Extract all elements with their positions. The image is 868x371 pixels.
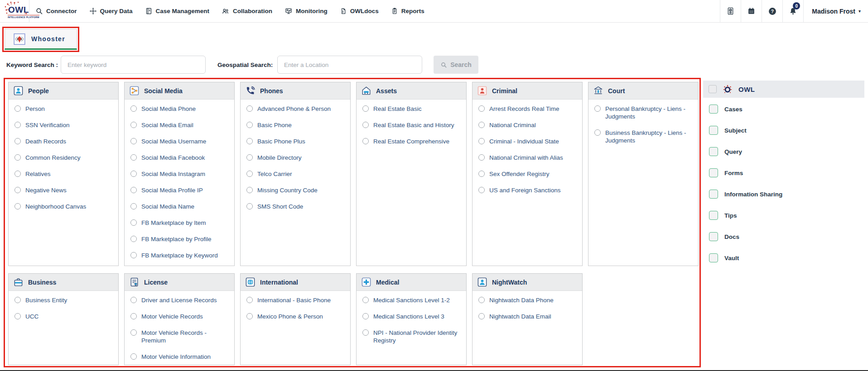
option-social-media-email[interactable]: Social Media Email: [130, 121, 230, 129]
radio-button[interactable]: [130, 252, 137, 258]
radio-button[interactable]: [478, 154, 485, 161]
option-person[interactable]: Person: [14, 105, 114, 113]
radio-button[interactable]: [130, 219, 137, 226]
checkbox[interactable]: [709, 211, 718, 220]
radio-button[interactable]: [130, 154, 137, 161]
user-menu[interactable]: Madison Frost ▾: [803, 0, 868, 22]
option-basic-phone-plus[interactable]: Basic Phone Plus: [246, 138, 346, 145]
radio-button[interactable]: [246, 171, 253, 177]
radio-button[interactable]: [246, 105, 253, 112]
radio-button[interactable]: [130, 138, 137, 144]
radio-button[interactable]: [246, 122, 253, 128]
option-business-entity[interactable]: Business Entity: [14, 296, 114, 304]
radio-button[interactable]: [130, 236, 137, 242]
option-sex-offender-registry[interactable]: Sex Offender Registry: [478, 170, 578, 178]
radio-button[interactable]: [14, 313, 21, 319]
option-social-media-name[interactable]: Social Media Name: [130, 203, 230, 210]
option-common-residency[interactable]: Common Residency: [14, 154, 114, 162]
action-help[interactable]: ?: [762, 0, 782, 22]
nav-item-connector[interactable]: Connector: [35, 7, 77, 15]
radio-button[interactable]: [130, 171, 137, 177]
option-business-bankruptcy-liens-judgments[interactable]: Business Bankruptcy - Liens - Judgments: [594, 129, 694, 144]
radio-button[interactable]: [594, 105, 601, 112]
option-social-media-phone[interactable]: Social Media Phone: [130, 105, 230, 113]
nav-item-owldocs[interactable]: OWLdocs: [340, 7, 379, 15]
radio-button[interactable]: [14, 297, 21, 303]
radio-button[interactable]: [130, 329, 137, 336]
radio-button[interactable]: [14, 187, 21, 193]
option-missing-country-code[interactable]: Missing Country Code: [246, 186, 346, 194]
option-national-criminal-with-alias[interactable]: National Criminal with Alias: [478, 154, 578, 162]
radio-button[interactable]: [130, 187, 137, 193]
option-fb-marketplace-by-profile[interactable]: FB Marketplace by Profile: [130, 235, 230, 243]
option-personal-bankruptcy-liens-judgments[interactable]: Personal Bankruptcy - Liens - Judgments: [594, 105, 694, 120]
action-notifications[interactable]: 0: [782, 0, 803, 22]
owl-item-tips[interactable]: Tips: [709, 211, 864, 220]
radio-button[interactable]: [14, 171, 21, 177]
radio-button[interactable]: [130, 353, 137, 360]
option-arrest-records-real-time[interactable]: Arrest Records Real Time: [478, 105, 578, 113]
nav-item-query-data[interactable]: Query Data: [89, 7, 133, 15]
radio-button[interactable]: [594, 129, 601, 136]
option-relatives[interactable]: Relatives: [14, 170, 114, 178]
checkbox[interactable]: [709, 190, 718, 199]
owl-item-docs[interactable]: Docs: [709, 232, 864, 241]
checkbox[interactable]: [709, 253, 718, 262]
option-social-media-profile-ip[interactable]: Social Media Profile IP: [130, 186, 230, 194]
radio-button[interactable]: [14, 138, 21, 144]
option-neighborhood-canvas[interactable]: Neighborhood Canvas: [14, 203, 114, 210]
option-nightwatch-data-phone[interactable]: Nightwatch Data Phone: [478, 296, 578, 304]
option-npi-national-provider-identity-registry[interactable]: NPI - National Provider Identity Registr…: [362, 329, 462, 344]
checkbox[interactable]: [709, 105, 718, 114]
option-telco-carrier[interactable]: Telco Carrier: [246, 170, 346, 178]
radio-button[interactable]: [478, 122, 485, 128]
option-motor-vehicle-records[interactable]: Motor Vehicle Records: [130, 313, 230, 320]
option-social-media-username[interactable]: Social Media Username: [130, 138, 230, 145]
radio-button[interactable]: [246, 297, 253, 303]
geospatial-search-input[interactable]: [277, 56, 422, 74]
radio-button[interactable]: [246, 187, 253, 193]
owl-item-query[interactable]: Query: [709, 147, 864, 156]
option-motor-vehicle-information[interactable]: Motor Vehicle Information: [130, 353, 230, 361]
owl-item-cases[interactable]: Cases: [709, 105, 864, 114]
option-driver-and-license-records[interactable]: Driver and License Records: [130, 296, 230, 304]
option-negative-news[interactable]: Negative News: [14, 186, 114, 194]
radio-button[interactable]: [14, 203, 21, 209]
radio-button[interactable]: [130, 122, 137, 128]
radio-button[interactable]: [362, 138, 369, 144]
nav-item-monitoring[interactable]: Monitoring: [285, 7, 328, 15]
owl-select-all-checkbox[interactable]: [709, 85, 717, 93]
radio-button[interactable]: [478, 171, 485, 177]
radio-button[interactable]: [478, 313, 485, 319]
owl-item-vault[interactable]: Vault: [709, 253, 864, 262]
nav-item-collaboration[interactable]: Collaboration: [222, 7, 272, 15]
option-real-estate-basic-and-history[interactable]: Real Estate Basic and History: [362, 121, 462, 129]
action-calendar[interactable]: [741, 0, 762, 22]
owl-item-forms[interactable]: Forms: [709, 168, 864, 177]
radio-button[interactable]: [246, 313, 253, 319]
radio-button[interactable]: [130, 297, 137, 303]
radio-button[interactable]: [246, 154, 253, 161]
owl-item-subject[interactable]: Subject: [709, 126, 864, 135]
radio-button[interactable]: [130, 105, 137, 112]
checkbox[interactable]: [709, 126, 718, 135]
radio-button[interactable]: [246, 138, 253, 144]
option-advanced-phone-person[interactable]: Advanced Phone & Person: [246, 105, 346, 113]
checkbox[interactable]: [709, 147, 718, 156]
option-mexico-phone-person[interactable]: Mexico Phone & Person: [246, 313, 346, 320]
app-logo[interactable]: OWL INTELLIGENCE PLATFORM: [4, 1, 28, 22]
action-audit[interactable]: [720, 0, 741, 22]
nav-item-case-management[interactable]: Case Management: [145, 7, 210, 15]
radio-button[interactable]: [14, 105, 21, 112]
radio-button[interactable]: [478, 138, 485, 144]
option-mobile-directory[interactable]: Mobile Directory: [246, 154, 346, 162]
option-real-estate-comprehensive[interactable]: Real Estate Comprehensive: [362, 138, 462, 145]
owl-item-information-sharing[interactable]: Information Sharing: [709, 190, 864, 199]
option-international-basic-phone[interactable]: International - Basic Phone: [246, 296, 346, 304]
checkbox[interactable]: [709, 168, 718, 177]
option-us-and-foreign-sanctions[interactable]: US and Foreign Sanctions: [478, 186, 578, 194]
option-motor-vehicle-records-premium[interactable]: Motor Vehicle Records - Premium: [130, 329, 230, 344]
option-ucc[interactable]: UCC: [14, 313, 114, 320]
radio-button[interactable]: [130, 203, 137, 209]
option-fb-marketplace-by-keyword[interactable]: FB Marketplace by Keyword: [130, 252, 230, 259]
